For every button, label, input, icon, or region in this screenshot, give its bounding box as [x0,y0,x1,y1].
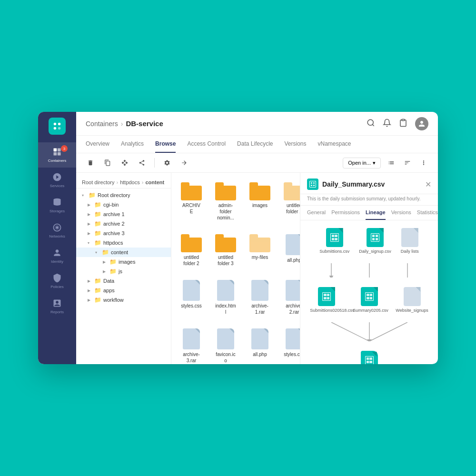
tree-item-images[interactable]: ▶ 📁 images [76,257,171,267]
svg-point-0 [54,123,57,126]
lineage-node: Submittions020518.csv [310,287,343,313]
avatar[interactable] [415,117,428,130]
svg-rect-6 [54,152,57,156]
tree-label: archive 3 [103,230,125,236]
tree-item-js[interactable]: ▶ 📁 js [76,267,171,276]
detail-tab-general[interactable]: General [307,206,326,220]
tree-item-httpdocs[interactable]: ▾ 📁 httpdocs [76,238,171,248]
list-item[interactable]: admin-folder nomin... [211,178,240,225]
lineage-bottom-arrows-svg [312,322,426,341]
list-item[interactable]: styles.css [280,325,300,364]
toolbar: Open in... ▾ [76,153,438,173]
tree-item-workflow[interactable]: ▶ 📁 workflow [76,295,171,305]
lineage-middle-row: Submittions020518.csv Summary0205.csv [310,287,428,313]
copy-button[interactable] [101,156,114,169]
toolbar-separator [154,158,155,168]
lineage-label: Submittions020518.csv [310,308,343,313]
tab-overview[interactable]: Overview [86,136,109,153]
sidebar-item-services[interactable]: Services [38,168,76,193]
lineage-node: Daily lists [401,228,419,254]
tree-item-content[interactable]: ▾ 📁 content [76,248,171,257]
app-logo[interactable] [49,118,66,135]
file-name: index.html [215,303,236,315]
tree-label: content [111,249,128,255]
tab-data-lifecycle[interactable]: Data Lifecycle [237,136,273,153]
detail-tab-versions[interactable]: Versions [391,206,411,220]
folder-icon: 📁 [94,278,101,284]
tab-versions[interactable]: Versions [284,136,306,153]
detail-header: Daily_Summary.csv ✕ [300,173,438,194]
tree-label: archive 1 [103,211,125,217]
folder-icon: 📁 [94,239,101,246]
clipboard-icon[interactable] [399,119,407,129]
tab-access-control[interactable]: Access Control [187,136,226,153]
csv-grid [365,356,374,364]
tree-item-archive3[interactable]: ▶ 📁 archive 3 [76,228,171,238]
list-item[interactable]: images [246,178,274,225]
detail-tab-permissions[interactable]: Permissions [331,206,360,220]
tree-item-apps[interactable]: ▶ 📁 apps [76,286,171,295]
tab-analytics[interactable]: Analytics [121,136,144,153]
list-item[interactable]: all.php [246,325,274,364]
list-item[interactable]: index.html [211,276,240,319]
svg-point-2 [54,127,57,130]
open-in-label: Open in... [348,160,371,166]
tree-path-1[interactable]: httpdocs [120,179,140,185]
tree-item-cgibin[interactable]: ▶ 📁 cgi-bin [76,200,171,209]
tree-path-2[interactable]: content [145,179,164,185]
detail-tab-statistics[interactable]: Statistics [417,206,438,220]
lineage-label: Daily_signup.csv [359,249,391,254]
list-item[interactable]: favicon.ico [211,325,240,364]
tab-browse[interactable]: Browse [155,136,176,153]
doc-icon [401,228,418,247]
doc-icon [251,280,268,301]
sidebar-item-identity[interactable]: Identity [38,243,76,268]
tab-vnamespace[interactable]: vNamespace [318,136,351,153]
list-item[interactable]: untitled folder 3 [211,230,240,270]
list-item[interactable]: all.php [280,230,300,270]
settings-button[interactable] [160,156,174,169]
chevron-right-icon: ▶ [88,279,92,283]
forward-button[interactable] [178,156,191,169]
file-name: styles.css [284,351,300,357]
list-item[interactable]: archive-1.rar [246,276,274,319]
sidebar-item-networks[interactable]: Networks [38,218,76,243]
breadcrumb-root[interactable]: Containers [86,120,118,128]
csv-grid [322,292,331,301]
tree-item-archive2[interactable]: ▶ 📁 archive 2 [76,219,171,228]
list-item[interactable]: archive-2.rar [280,276,300,319]
notification-icon[interactable] [383,119,391,129]
move-button[interactable] [118,156,131,169]
more-button[interactable] [417,156,430,169]
sidebar-item-policies[interactable]: Policies [38,268,76,294]
list-view-button[interactable] [385,156,398,169]
close-icon[interactable]: ✕ [425,180,431,189]
sidebar-item-storages[interactable]: Storages [38,193,76,218]
search-icon[interactable] [367,119,375,129]
list-item[interactable]: ARCHIVE [177,178,206,225]
tree-item-data[interactable]: ▶ 📁 Data [76,276,171,286]
file-name: archive-3.rar [181,351,202,364]
tree-label: httpdocs [103,240,123,246]
list-item[interactable]: untitled folder 2 [177,230,206,270]
sidebar-item-reports[interactable]: Reports [38,294,76,319]
lineage-label: Submittions.csv [319,249,349,254]
sidebar-item-containers[interactable]: 3 Containers [38,142,76,168]
list-item[interactable]: my-files [246,230,274,270]
csv-icon [318,287,335,306]
tree-label: js [119,268,122,274]
delete-button[interactable] [84,156,97,169]
tree-item-archive1[interactable]: ▶ 📁 archive 1 [76,209,171,219]
svg-point-1 [58,123,61,126]
tree-path-root[interactable]: Root directory [82,179,114,185]
sort-button[interactable] [401,156,414,169]
tree-item-root[interactable]: ▾ 📁 Root directory [76,190,171,200]
detail-tab-lineage[interactable]: Lineage [366,206,386,220]
list-item[interactable]: styles.css [177,276,206,319]
open-in-button[interactable]: Open in... ▾ [343,158,381,169]
list-item[interactable]: untitled folder 1 [280,178,300,225]
nav-tabs: Overview Analytics Browse Access Control… [76,136,438,153]
header-icons [367,117,428,130]
list-item[interactable]: archive-3.rar [177,325,206,364]
share-button[interactable] [135,156,149,169]
